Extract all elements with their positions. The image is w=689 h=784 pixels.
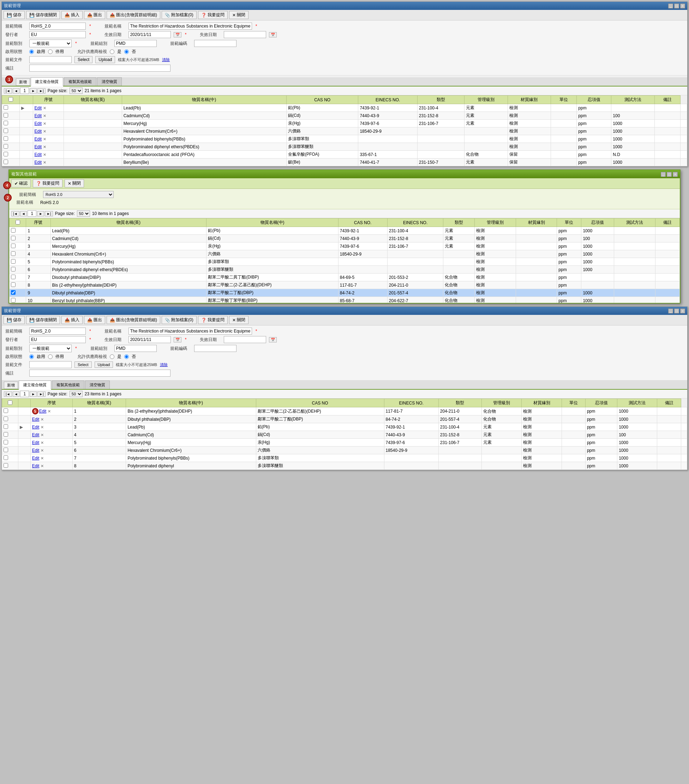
w3-row-check[interactable] [3, 455, 8, 460]
w3-save-close-button[interactable]: 💾 儲存後關閉 [26, 316, 60, 324]
export-material-button[interactable]: 📤 匯出(含物質群組明細) [107, 11, 160, 19]
w2-row-check[interactable] [11, 267, 15, 272]
page-size-select[interactable]: 50 [69, 87, 82, 94]
select-all-checkbox[interactable] [8, 97, 13, 102]
delete-button[interactable]: ✕ [43, 129, 46, 133]
add-item-button[interactable]: 📎 附加檔案(0) [162, 11, 196, 19]
w3-page-size-select[interactable]: 50 [69, 391, 82, 397]
w3-expand-arrow[interactable]: ▶ [20, 425, 23, 430]
w2-select-all[interactable] [15, 220, 20, 224]
w3-row-check[interactable] [3, 432, 8, 436]
insert-button[interactable]: 📥 插入 [61, 11, 82, 19]
close-toolbar-button[interactable]: ✕ 關閉 [229, 11, 249, 19]
effective-date-input[interactable] [129, 31, 171, 38]
w3-expire-input[interactable] [224, 336, 266, 343]
w3-delete-button[interactable]: ✕ [41, 441, 44, 445]
delete-button[interactable]: ✕ [43, 114, 46, 118]
first-page-button[interactable]: |◄ [4, 88, 12, 94]
w3-help-button[interactable]: ❓ 我要提問 [198, 316, 227, 324]
w3-enabled-radio[interactable] [29, 354, 34, 359]
w2-code-select[interactable]: RoHS 2.0 [43, 191, 114, 198]
w2-row-check[interactable] [11, 259, 15, 264]
w2-row-check[interactable] [11, 282, 15, 287]
w3-edit-link[interactable]: Edit [32, 425, 40, 430]
allow-yes-radio[interactable] [110, 49, 114, 54]
w2-first-page[interactable]: |◄ [11, 211, 20, 216]
w3-edit-link[interactable]: Edit [32, 440, 40, 445]
page-number-input[interactable] [20, 87, 29, 94]
file-path-input[interactable] [29, 56, 72, 63]
status-enabled-radio[interactable] [29, 49, 34, 54]
delete-button[interactable]: ✕ [43, 145, 46, 149]
w3-row-check[interactable] [3, 424, 8, 429]
group-input[interactable] [114, 40, 157, 47]
export-button[interactable]: 📤 匯出 [84, 11, 105, 19]
edit-link[interactable]: Edit [35, 144, 42, 149]
status-disabled-radio[interactable] [48, 49, 53, 54]
w3-minimize[interactable]: _ [668, 308, 673, 313]
w2-next-page[interactable]: ► [37, 211, 44, 216]
last-page-button[interactable]: ►| [38, 88, 46, 94]
w3-effective-calendar[interactable]: 📅 [174, 337, 181, 343]
delete-button[interactable]: ✕ [43, 153, 46, 157]
w3-effective-input[interactable] [129, 336, 171, 343]
save-button[interactable]: 💾 儲存 [3, 11, 25, 19]
w2-maximize[interactable]: □ [667, 172, 672, 177]
w2-row-check[interactable] [11, 298, 15, 303]
edit-link[interactable]: Edit [35, 160, 42, 165]
w3-file-input[interactable] [29, 361, 72, 368]
w3-prev-page[interactable]: ◄ [13, 392, 20, 397]
code-input[interactable] [29, 23, 86, 30]
w1-row-check[interactable] [3, 160, 8, 164]
w3-expire-calendar[interactable]: 📅 [269, 337, 277, 343]
w2-row-check[interactable] [11, 275, 15, 279]
edit-link[interactable]: Edit [35, 137, 42, 142]
w2-close[interactable]: × [673, 172, 678, 177]
w3-tab-copy[interactable]: 複製其他規範 [52, 380, 84, 389]
w3-tab-create[interactable]: 建立複合物質 [19, 380, 51, 390]
delete-button[interactable]: ✕ [43, 160, 46, 165]
edit-link[interactable]: Edit [35, 129, 42, 134]
tab-copy-regulation[interactable]: 複製其他規範 [64, 77, 96, 86]
w3-name-input[interactable] [129, 328, 252, 334]
w2-page-size-select[interactable]: 50 [77, 211, 90, 217]
minimize-button[interactable]: _ [668, 3, 673, 8]
w2-row-check[interactable] [11, 290, 15, 295]
effective-date-calendar[interactable]: 📅 [174, 32, 181, 38]
w3-export-material-button[interactable]: 📤 匯出(含物質群組明細) [107, 316, 160, 324]
edit-link[interactable]: Edit [35, 113, 42, 118]
w3-delete-button[interactable]: ✕ [41, 464, 44, 468]
expire-date-input[interactable] [224, 31, 266, 38]
edit-link[interactable]: Edit [35, 105, 42, 110]
w2-prev-page[interactable]: ◄ [20, 211, 27, 216]
w3-close-toolbar-button[interactable]: ✕ 關閉 [229, 316, 249, 324]
w3-delete-button[interactable]: ✕ [41, 456, 44, 460]
maximize-button[interactable]: □ [674, 3, 679, 8]
w3-delete-button[interactable]: ✕ [41, 425, 44, 429]
w3-remark-input[interactable] [29, 370, 170, 377]
w3-allow-yes-radio[interactable] [110, 354, 114, 359]
allow-no-radio[interactable] [124, 49, 129, 54]
tab-create-composite[interactable]: 建立複合物質 [31, 77, 63, 86]
w3-delete-button[interactable]: ✕ [41, 433, 44, 437]
w3-maximize[interactable]: □ [674, 308, 679, 313]
w2-row-check[interactable] [11, 244, 15, 248]
clear-link[interactable]: 清除 [162, 57, 170, 63]
upload-button[interactable]: Upload [95, 56, 115, 63]
prev-page-button[interactable]: ◄ [13, 88, 20, 94]
w3-issuer-input[interactable] [29, 336, 86, 343]
w3-row-check[interactable] [3, 440, 8, 445]
remark-input[interactable] [29, 64, 170, 72]
w3-edit-link[interactable]: Edit [32, 417, 40, 422]
w3-close-btn[interactable]: × [680, 308, 685, 313]
edit-link[interactable]: Edit [35, 121, 42, 126]
w1-row-check[interactable] [3, 144, 8, 148]
w3-delete-button[interactable]: ✕ [48, 409, 51, 413]
w3-page-input[interactable] [20, 391, 29, 397]
w3-edit-link[interactable]: Edit [32, 456, 40, 461]
w3-last-page[interactable]: ►| [38, 392, 46, 397]
expire-date-calendar[interactable]: 📅 [269, 32, 277, 38]
w3-add-item-button[interactable]: 📎 附加檔案(0) [162, 316, 196, 324]
w3-disabled-radio[interactable] [48, 354, 53, 359]
w3-allow-no-radio[interactable] [124, 354, 129, 359]
